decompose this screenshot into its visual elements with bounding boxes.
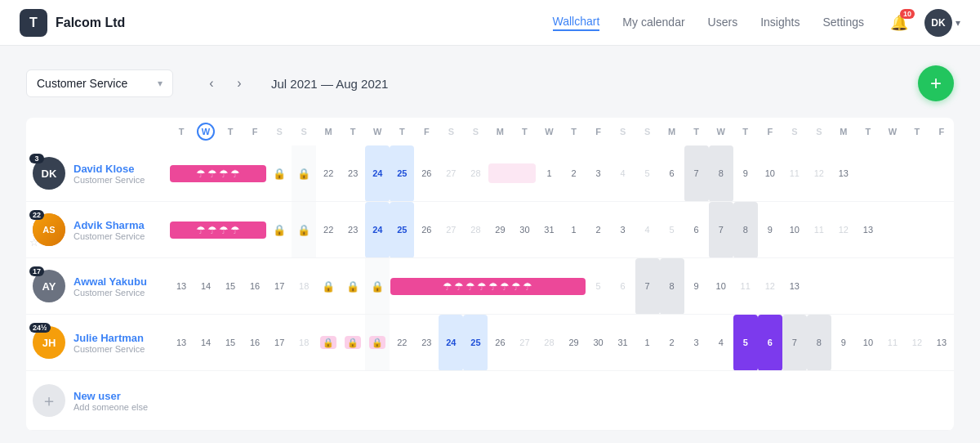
calendar-cell[interactable]: 31 [611, 315, 635, 371]
calendar-cell[interactable]: 🔒 [292, 202, 316, 258]
calendar-cell[interactable]: 24 [365, 202, 390, 258]
calendar-cell[interactable]: 🔒 [292, 145, 316, 202]
emp-name[interactable]: Awwal Yakubu [74, 275, 147, 288]
calendar-cell[interactable]: 1 [537, 145, 561, 202]
calendar-cell[interactable]: 24 [439, 315, 463, 371]
calendar-cell[interactable]: 11 [733, 258, 758, 315]
nav-insights[interactable]: Insights [760, 16, 800, 30]
calendar-cell[interactable]: 25 [390, 202, 414, 258]
calendar-cell[interactable]: 🔒 [316, 315, 341, 371]
calendar-cell[interactable]: 8 [733, 202, 758, 258]
nav-wallchart[interactable]: Wallchart [553, 15, 600, 31]
calendar-cell[interactable]: 9 [684, 258, 709, 315]
calendar-cell[interactable]: 27 [439, 202, 463, 258]
calendar-cell[interactable]: 11 [782, 145, 807, 202]
calendar-cell[interactable]: 7 [782, 315, 807, 371]
calendar-cell[interactable]: 9 [831, 315, 856, 371]
calendar-cell[interactable]: 5 [635, 145, 660, 202]
calendar-cell[interactable]: 23 [414, 315, 439, 371]
calendar-cell[interactable]: 10 [709, 258, 733, 315]
calendar-cell[interactable]: 26 [414, 145, 439, 202]
calendar-cell[interactable]: 23 [341, 145, 365, 202]
nav-users[interactable]: Users [708, 16, 738, 30]
calendar-cell[interactable]: 24 [365, 145, 390, 202]
star-icon[interactable]: ☆ [29, 236, 39, 248]
calendar-cell[interactable]: 14 [194, 315, 218, 371]
calendar-cell[interactable]: 6 [758, 315, 782, 371]
calendar-cell[interactable]: ☂☂☂☂ [169, 202, 267, 258]
calendar-cell[interactable]: 7 [684, 145, 709, 202]
calendar-cell[interactable]: 11 [807, 202, 831, 258]
department-selector[interactable]: Customer Service ▾ [26, 69, 173, 97]
calendar-cell[interactable]: 10 [758, 145, 782, 202]
calendar-cell[interactable]: 16 [243, 258, 267, 315]
calendar-cell[interactable]: 12 [807, 145, 831, 202]
calendar-cell[interactable]: 8 [807, 315, 831, 371]
calendar-cell[interactable]: 27 [512, 315, 537, 371]
calendar-cell[interactable]: 30 [512, 202, 537, 258]
calendar-cell[interactable]: 25 [463, 315, 488, 371]
emp-name[interactable]: Advik Sharma [74, 219, 145, 231]
calendar-cell[interactable]: 10 [856, 315, 880, 371]
calendar-cell[interactable]: 22 [390, 315, 414, 371]
calendar-cell[interactable]: ☂☂☂☂☂☂☂☂ [390, 258, 586, 315]
calendar-cell[interactable]: 25 [390, 145, 414, 202]
calendar-cell[interactable]: 31 [537, 202, 561, 258]
calendar-cell[interactable]: 12 [905, 315, 929, 371]
calendar-cell[interactable]: 2 [660, 315, 684, 371]
calendar-cell[interactable]: 5 [660, 202, 684, 258]
next-period-button[interactable]: › [227, 71, 252, 96]
calendar-cell[interactable]: 26 [414, 202, 439, 258]
calendar-cell[interactable]: 4 [709, 315, 733, 371]
calendar-cell[interactable] [488, 145, 537, 202]
calendar-cell[interactable]: 14 [194, 258, 218, 315]
calendar-cell[interactable]: 2 [562, 145, 586, 202]
nav-settings[interactable]: Settings [822, 16, 864, 30]
calendar-cell[interactable]: 22 [316, 202, 341, 258]
calendar-cell[interactable]: 17 [267, 258, 292, 315]
calendar-cell[interactable]: 3 [611, 202, 635, 258]
calendar-cell[interactable]: 13 [831, 145, 856, 202]
calendar-cell[interactable]: 🔒 [365, 258, 390, 315]
calendar-cell[interactable]: 13 [929, 315, 954, 371]
calendar-cell[interactable]: 12 [831, 202, 856, 258]
new-user-label[interactable]: New user [74, 390, 148, 402]
notification-bell[interactable]: 🔔 10 [887, 11, 911, 35]
calendar-cell[interactable]: 6 [660, 145, 684, 202]
calendar-cell[interactable]: 30 [586, 315, 611, 371]
calendar-cell[interactable]: 15 [218, 315, 243, 371]
calendar-cell[interactable]: 5 [733, 315, 758, 371]
calendar-cell[interactable]: 13 [169, 258, 194, 315]
nav-my-calendar[interactable]: My calendar [622, 16, 684, 30]
calendar-cell[interactable]: 3 [586, 145, 611, 202]
calendar-cell[interactable]: 29 [488, 202, 512, 258]
calendar-cell[interactable]: 5 [586, 258, 611, 315]
calendar-cell[interactable]: 9 [733, 145, 758, 202]
calendar-cell[interactable]: 1 [635, 315, 660, 371]
calendar-cell[interactable]: 17 [267, 315, 292, 371]
calendar-cell[interactable]: 6 [611, 258, 635, 315]
calendar-cell[interactable]: 8 [709, 145, 733, 202]
calendar-cell[interactable]: 4 [611, 145, 635, 202]
calendar-cell[interactable]: 8 [660, 258, 684, 315]
calendar-cell[interactable]: 22 [316, 145, 341, 202]
calendar-cell[interactable]: 1 [562, 202, 586, 258]
calendar-cell[interactable]: 2 [586, 202, 611, 258]
calendar-cell[interactable]: 7 [635, 258, 660, 315]
emp-name[interactable]: David Klose [74, 163, 145, 175]
calendar-cell[interactable]: 7 [709, 202, 733, 258]
calendar-cell[interactable]: 4 [635, 202, 660, 258]
calendar-cell[interactable]: 16 [243, 315, 267, 371]
calendar-cell[interactable]: 27 [439, 145, 463, 202]
calendar-cell[interactable]: 28 [537, 315, 561, 371]
add-button[interactable]: + [918, 65, 954, 101]
calendar-cell[interactable]: 28 [463, 145, 488, 202]
calendar-cell[interactable]: 🔒 [316, 258, 341, 315]
calendar-cell[interactable]: 15 [218, 258, 243, 315]
user-menu[interactable]: DK ▾ [924, 9, 960, 37]
calendar-cell[interactable]: 13 [782, 258, 807, 315]
calendar-cell[interactable]: 🔒 [341, 258, 365, 315]
calendar-cell[interactable]: 9 [758, 202, 782, 258]
emp-name[interactable]: Julie Hartman [74, 332, 145, 344]
calendar-cell[interactable]: 23 [341, 202, 365, 258]
